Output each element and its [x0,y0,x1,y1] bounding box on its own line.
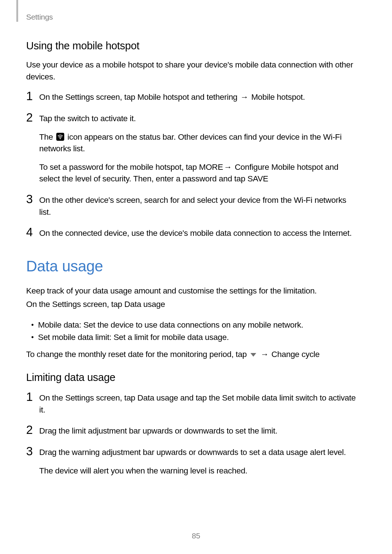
header-divider [16,0,18,22]
dropdown-triangle-icon [250,349,257,361]
step-text: On the other device's screen, search for… [39,194,360,218]
menu-change-cycle: Change cycle [271,350,320,359]
bullet-set-limit: Set mobile data limit: Set a limit for m… [31,331,360,344]
step-4: 4 On the connected device, use the devic… [26,227,360,239]
menu-mobile-hotspot: Mobile hotspot [251,93,303,102]
menu-save: SAVE [248,174,268,183]
step-number: 2 [26,424,36,436]
step-text: Drag the limit adjustment bar upwards or… [39,425,360,437]
menu-set-limit: Set mobile data limit [222,393,293,402]
text-fragment: To set a password for the mobile hotspot… [39,163,199,172]
step-sub-text: The icon appears on the status bar. Othe… [39,131,360,155]
step-1: 1 On the Settings screen, tap Data usage… [26,392,360,416]
menu-data-usage: Data usage [138,393,178,402]
text-fragment: and tap the [178,393,222,402]
data-usage-options: Mobile data: Set the device to use data … [26,319,360,344]
step-sub-text: The device will alert you when the warni… [39,465,360,477]
text-fragment: icon appears on the status bar. Other de… [39,132,342,153]
step-number: 1 [26,90,36,102]
step-3: 3 On the other device's screen, search f… [26,194,360,218]
paragraph: On the Settings screen, tap Data usage [26,299,360,311]
step-2: 2 Drag the limit adjustment bar upwards … [26,425,360,437]
step-number: 3 [26,193,36,205]
text-fragment: On the Settings screen, tap [26,300,124,309]
step-text: Tap the switch to activate it. [39,113,360,125]
arrow: → [237,93,251,102]
step-number: 4 [26,226,36,238]
paragraph: To change the monthly reset date for the… [26,349,360,361]
limit-steps: 1 On the Settings screen, tap Data usage… [26,392,360,477]
text-fragment: . [303,93,305,102]
page-content: Using the mobile hotspot Use your device… [26,40,360,486]
text-fragment: The [39,132,55,141]
arrow: → [223,163,235,172]
heading-using-hotspot: Using the mobile hotspot [26,40,360,52]
paragraph: Keep track of your data usage amount and… [26,285,360,297]
option-label: Mobile data [38,320,79,329]
svg-point-0 [60,138,61,139]
step-1: 1 On the Settings screen, tap Mobile hot… [26,91,360,103]
menu-data-usage: Data usage [124,300,165,309]
text-fragment: On the Settings screen, tap [39,93,138,102]
menu-more: MORE [199,163,223,172]
step-2: 2 Tap the switch to activate it. The ico… [26,113,360,185]
page-number: 85 [0,532,392,540]
heading-data-usage: Data usage [26,258,360,275]
bullet-mobile-data: Mobile data: Set the device to use data … [31,319,360,331]
text-fragment: On the Settings screen, tap [39,393,138,402]
step-text: Drag the warning adjustment bar upwards … [39,447,360,459]
step-number: 1 [26,391,36,403]
menu-configure-hotspot: Configure Mobile hotspot [235,163,323,172]
step-text: On the connected device, use the device'… [39,227,360,239]
step-3: 3 Drag the warning adjustment bar upward… [26,447,360,477]
option-desc: : Set the device to use data connections… [79,320,303,329]
svg-marker-1 [250,353,256,357]
intro-paragraph: Use your device as a mobile hotspot to s… [26,59,360,83]
step-number: 3 [26,445,36,457]
hotspot-steps: 1 On the Settings screen, tap Mobile hot… [26,91,360,239]
menu-hotspot-tethering: Mobile hotspot and tethering [138,93,238,102]
step-sub-text: To set a password for the mobile hotspot… [39,161,360,185]
arrow: → [258,350,271,359]
hotspot-icon [56,133,64,141]
step-text: On the Settings screen, tap Data usage a… [39,392,360,416]
header-section-label: Settings [26,13,53,21]
option-desc: : Set a limit for mobile data usage. [109,333,229,342]
step-number: 2 [26,111,36,123]
text-fragment: To change the monthly reset date for the… [26,350,249,359]
step-text: On the Settings screen, tap Mobile hotsp… [39,91,360,103]
heading-limiting-data: Limiting data usage [26,372,360,383]
option-label: Set mobile data limit [38,333,109,342]
